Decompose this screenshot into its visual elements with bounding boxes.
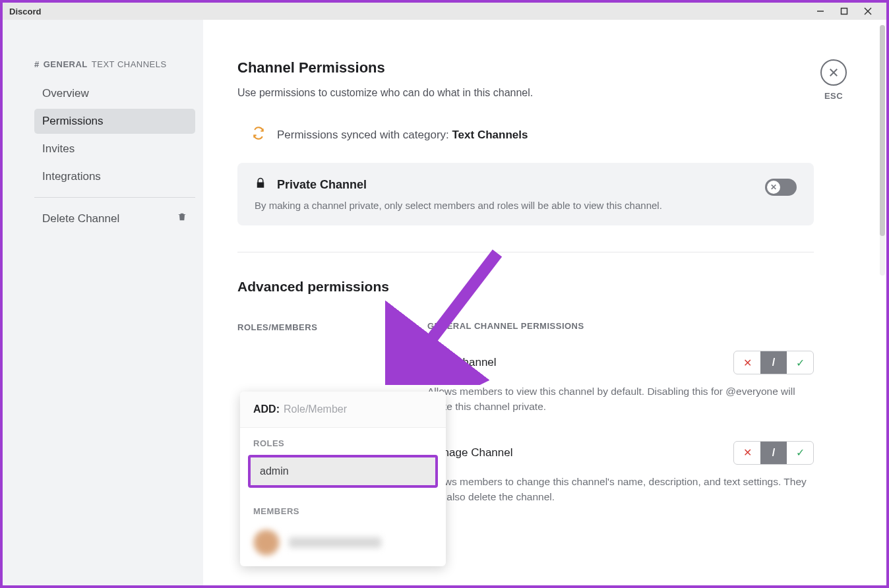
perm-deny-button[interactable]: ✕ — [734, 442, 760, 464]
private-channel-toggle[interactable]: ✕ — [765, 179, 797, 196]
close-settings-button[interactable]: ESC — [820, 59, 847, 101]
minimize-button[interactable] — [809, 3, 832, 20]
avatar — [253, 529, 280, 556]
private-channel-title: Private Channel — [277, 178, 367, 192]
svg-rect-1 — [842, 9, 847, 15]
add-role-search[interactable]: ADD: Role/Member — [240, 392, 446, 428]
page-title: Channel Permissions — [237, 59, 814, 76]
popup-member-item[interactable] — [240, 523, 446, 566]
popup-roles-section: ROLES — [240, 428, 446, 455]
popup-members-section: MEMBERS — [240, 496, 446, 523]
popup-role-item-admin[interactable]: admin — [248, 455, 438, 488]
sidebar-delete-channel[interactable]: Delete Channel — [34, 206, 195, 231]
private-channel-panel: Private Channel By making a channel priv… — [237, 163, 814, 225]
add-role-button[interactable]: + — [389, 321, 401, 333]
sidebar-item-invites[interactable]: Invites — [34, 136, 195, 162]
app-title: Discord — [9, 7, 41, 16]
sidebar-channel-header: # GENERAL TEXT CHANNELS — [34, 59, 195, 69]
close-icon — [820, 59, 847, 86]
perm-toggle-view-channel: ✕ / ✓ — [733, 351, 814, 374]
roles-members-header: ROLES/MEMBERS + — [237, 321, 401, 333]
hash-icon: # — [34, 59, 40, 69]
lock-icon — [255, 177, 266, 192]
scrollbar[interactable] — [880, 25, 885, 276]
sync-icon — [252, 127, 265, 143]
page-subtitle: Use permissions to customize who can do … — [237, 87, 814, 99]
advanced-permissions-title: Advanced permissions — [237, 279, 814, 295]
perm-deny-button[interactable]: ✕ — [734, 351, 760, 374]
maximize-button[interactable] — [832, 3, 856, 20]
window-titlebar: Discord — [3, 3, 886, 20]
perm-neutral-button[interactable]: / — [760, 442, 787, 464]
trash-icon — [177, 212, 187, 225]
general-permissions-header: GENERAL CHANNEL PERMISSIONS — [427, 321, 814, 331]
close-window-button[interactable] — [856, 3, 880, 20]
perm-neutral-button[interactable]: / — [760, 351, 787, 374]
perm-allow-button[interactable]: ✓ — [787, 442, 813, 464]
private-channel-desc: By making a channel private, only select… — [255, 200, 752, 211]
sidebar-item-permissions[interactable]: Permissions — [34, 109, 195, 134]
settings-sidebar: # GENERAL TEXT CHANNELS Overview Permiss… — [3, 20, 203, 585]
add-role-member-popup: ADD: Role/Member ROLES admin MEMBERS — [240, 392, 446, 566]
perm-view-channel: View Channel ✕ / ✓ Allows members to vie… — [427, 351, 814, 415]
toggle-off-icon: ✕ — [770, 183, 777, 192]
perm-allow-button[interactable]: ✓ — [787, 351, 813, 374]
member-name-redacted — [289, 537, 381, 548]
perm-manage-channel: Manage Channel ✕ / ✓ Allows members to c… — [427, 441, 814, 505]
perm-toggle-manage-channel: ✕ / ✓ — [733, 441, 814, 465]
sidebar-item-integrations[interactable]: Integrations — [34, 164, 195, 189]
permissions-sync-status: Permissions synced with category: Text C… — [252, 127, 814, 143]
sidebar-item-overview[interactable]: Overview — [34, 81, 195, 106]
